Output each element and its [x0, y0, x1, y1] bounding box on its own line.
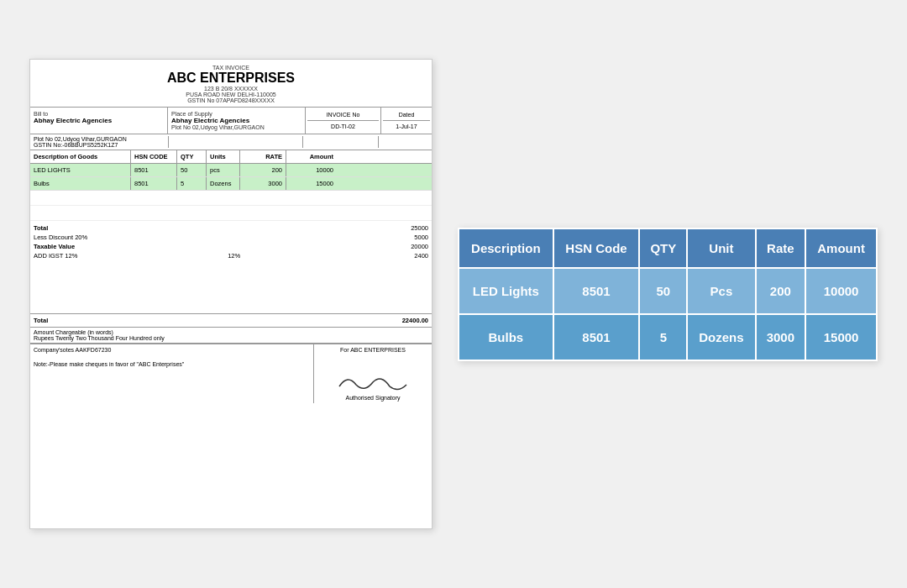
discount-label: Less Discount 20%	[34, 234, 87, 241]
spacer-row	[30, 191, 432, 206]
igst-value: 2400	[378, 252, 428, 260]
amount-words-label: Amount Chargeable (in words)	[34, 329, 428, 335]
item-2-rate: 3000	[240, 177, 286, 190]
table-row: LED Lights 8501 50 Pcs 200 10000	[459, 268, 877, 314]
row1-description: LED Lights	[459, 268, 553, 314]
amount-words-value: Rupees Twenty Two Thousand Four Hundred …	[34, 335, 428, 341]
row2-amount: 15000	[805, 314, 877, 360]
table-row: Bulbs 8501 5 Dozens 3000 15000	[459, 314, 877, 360]
item-2-unit: Dozens	[207, 177, 240, 190]
igst-label: ADD IGST 12%	[34, 252, 77, 260]
header-qty: QTY	[177, 150, 207, 163]
total-label: Total	[34, 224, 48, 232]
lower-spacer	[30, 263, 432, 313]
th-qty: QTY	[639, 228, 687, 268]
dated-value: 1-Jul-17	[383, 121, 430, 132]
signature-area	[317, 370, 428, 395]
dated-section: Dated 1-Jul-17	[381, 108, 432, 134]
taxable-row: Taxable Value 20000	[34, 242, 428, 251]
total-value: 25000	[378, 224, 428, 232]
bill-to-address: Plot No 02,Udyog Vihar,GURGAON	[34, 136, 165, 142]
row2-rate: 3000	[756, 314, 806, 360]
item-1-qty: 50	[177, 164, 207, 176]
row1-hsn: 8501	[553, 268, 640, 314]
taxable-label: Taxable Value	[34, 243, 75, 250]
auth-signatory-label: Authorised Signatory	[317, 395, 428, 401]
company-notes: Company'sotes AAKFD67230	[34, 347, 310, 353]
place-supply-name: Abhay Electric Agencies	[171, 117, 301, 124]
amount-words-row: Amount Chargeable (in words) Rupees Twen…	[30, 328, 432, 344]
goods-table-header: Description of Goods HSN CODE QTY Units …	[30, 150, 432, 164]
item-2-desc: Bulbs	[30, 177, 131, 190]
row2-unit: Dozens	[687, 314, 755, 360]
igst-pct: 12%	[215, 252, 240, 260]
row1-qty: 50	[639, 268, 687, 314]
company-name: ABC ENTERPRISES	[34, 71, 428, 86]
invoice-panel: TAX INVOICE ABC ENTERPRISES 123 B 20/8 X…	[29, 59, 433, 529]
row1-amount: 10000	[805, 268, 877, 314]
footer-left: Company'sotes AAKFD67230 Note:-Please ma…	[30, 344, 314, 403]
th-unit: Unit	[687, 228, 755, 268]
place-supply-section: Place of Supply Abhay Electric Agencies …	[168, 108, 306, 134]
grand-total-label: Total	[30, 314, 381, 327]
spacer-row-2	[30, 206, 432, 221]
grand-total-value: 22400.00	[381, 314, 432, 327]
invoice-no-section: INVOICE No DD-TI-02	[306, 108, 381, 134]
item-1-amount: 10000	[286, 164, 337, 176]
grand-total-row: Total 22400.00	[30, 313, 432, 328]
row2-description: Bulbs	[459, 314, 553, 360]
discount-row: Less Discount 20% 5000	[34, 233, 428, 242]
header-hsn: HSN CODE	[131, 150, 177, 163]
bill-to-label: Bill to	[34, 111, 164, 117]
bill-to-section: Bill to Abhay Electric Agencies	[30, 108, 168, 134]
row2-hsn: 8501	[553, 314, 640, 360]
bill-to-address-row: Plot No 02,Udyog Vihar,GURGAON GSTIN No:…	[30, 134, 432, 150]
data-table: Description HSN Code QTY Unit Rate Amoun…	[458, 228, 878, 361]
discount-value: 5000	[378, 234, 428, 241]
company-address2: PUSA ROAD NEW DELHI-110005	[34, 92, 428, 97]
row1-unit: Pcs	[687, 268, 755, 314]
item-2-qty: 5	[177, 177, 207, 190]
invoice-title-section: TAX INVOICE ABC ENTERPRISES 123 B 20/8 X…	[30, 60, 432, 108]
item-row-2: Bulbs 8501 5 Dozens 3000 15000	[30, 177, 432, 191]
totals-section: Total 25000 Less Discount 20% 5000 Taxab…	[30, 221, 432, 263]
item-row-1: LED LIGHTS 8501 50 pcs 200 10000	[30, 164, 432, 177]
header-units: Units	[207, 150, 240, 163]
footer-section: Company'sotes AAKFD67230 Note:-Please ma…	[30, 344, 432, 403]
place-supply-label: Place of Supply	[171, 111, 301, 117]
place-supply-address: Plot No 02,Udyog Vihar,GURGAON	[171, 124, 301, 130]
row1-rate: 200	[756, 268, 806, 314]
th-amount: Amount	[805, 228, 877, 268]
th-description: Description	[459, 228, 553, 268]
row2-qty: 5	[639, 314, 687, 360]
header-amount: Amount	[286, 150, 337, 163]
item-2-amount: 15000	[286, 177, 337, 190]
item-1-desc: LED LIGHTS	[30, 164, 131, 176]
total-row: Total 25000	[34, 223, 428, 233]
bill-to-name: Abhay Electric Agencies	[34, 117, 164, 124]
table-header-row: Description HSN Code QTY Unit Rate Amoun…	[459, 228, 877, 268]
th-hsn-code: HSN Code	[553, 228, 640, 268]
for-label: For ABC ENTERPRISES	[317, 347, 428, 353]
company-address1: 123 B 20/8 XXXXXX	[34, 86, 428, 92]
item-1-unit: pcs	[207, 164, 240, 176]
dated-label: Dated	[383, 109, 430, 121]
right-table-panel: Description HSN Code QTY Unit Rate Amoun…	[458, 228, 878, 361]
taxable-value: 20000	[378, 243, 428, 250]
bill-to-gstin: GSTIN No:-06BBUPS5252K1Z7	[34, 142, 165, 148]
igst-row: ADD IGST 12% 12% 2400	[34, 251, 428, 260]
invoice-no-value: DD-TI-02	[307, 121, 379, 132]
header-description: Description of Goods	[30, 150, 131, 163]
item-1-rate: 200	[240, 164, 286, 176]
th-rate: Rate	[756, 228, 806, 268]
item-1-hsn: 8501	[131, 164, 177, 176]
footer-note: Note:-Please make cheques in favor of "A…	[34, 361, 310, 367]
header-rate: RATE	[240, 150, 286, 163]
company-gstin: GSTIN No 07APAFD8248XXXXX	[34, 97, 428, 103]
footer-right: For ABC ENTERPRISES Authorised Signatory	[314, 344, 432, 403]
bill-supply-row: Bill to Abhay Electric Agencies Place of…	[30, 108, 432, 134]
invoice-no-label: INVOICE No	[307, 109, 379, 121]
item-2-hsn: 8501	[131, 177, 177, 190]
tax-invoice-label: TAX INVOICE	[34, 65, 428, 71]
